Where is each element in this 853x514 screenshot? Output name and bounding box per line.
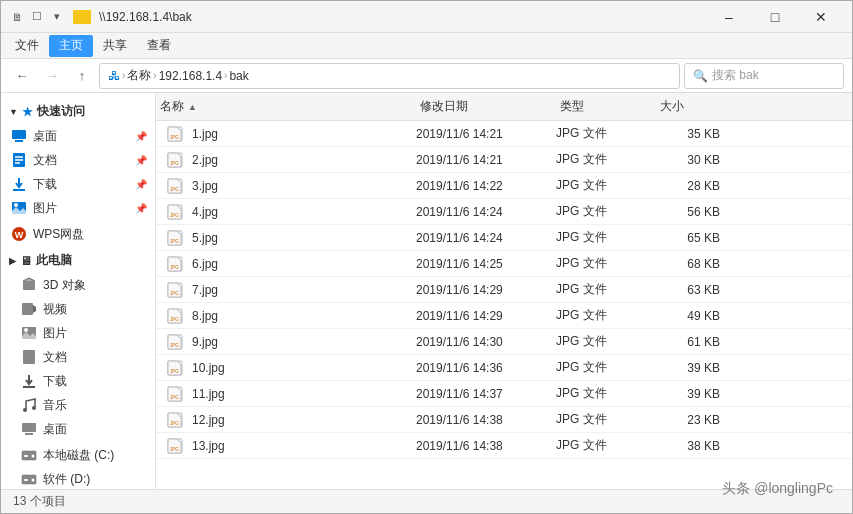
file-list: 名称 ▲ 修改日期 类型 大小 bbox=[156, 93, 852, 489]
svg-point-18 bbox=[23, 408, 27, 412]
path-network: 名称 bbox=[127, 67, 151, 84]
table-row[interactable]: JPG 9.jpg 2019/11/6 14:30 JPG 文件 61 KB bbox=[156, 329, 852, 355]
file-name-cell-2: JPG 3.jpg bbox=[156, 178, 416, 194]
music-label: 音乐 bbox=[43, 397, 67, 414]
sidebar-item-video[interactable]: 视频 bbox=[1, 297, 155, 321]
sidebar-drives-section: 本地磁盘 (C:) 软件 (D:) bbox=[1, 443, 155, 489]
table-row[interactable]: JPG 10.jpg 2019/11/6 14:36 JPG 文件 39 KB bbox=[156, 355, 852, 381]
sidebar-item-desktop[interactable]: 桌面 📌 bbox=[1, 124, 155, 148]
file-size-cell-9: 39 KB bbox=[656, 361, 736, 375]
sidebar-quick-access-section: ▼ ★ 快速访问 桌面 📌 文档 📌 bbox=[1, 99, 155, 220]
sidebar-item-3d[interactable]: 3D 对象 bbox=[1, 273, 155, 297]
file-icon-1: JPG bbox=[166, 152, 186, 168]
sidebar-item-docs[interactable]: 文档 📌 bbox=[1, 148, 155, 172]
table-row[interactable]: JPG 1.jpg 2019/11/6 14:21 JPG 文件 35 KB bbox=[156, 121, 852, 147]
file-name-11: 12.jpg bbox=[192, 413, 225, 427]
back-button[interactable]: ← bbox=[9, 63, 35, 89]
forward-button[interactable]: → bbox=[39, 63, 65, 89]
col-header-date[interactable]: 修改日期 bbox=[416, 93, 556, 120]
sidebar-item-desktop2[interactable]: 桌面 bbox=[1, 417, 155, 441]
sidebar-item-drive-c[interactable]: 本地磁盘 (C:) bbox=[1, 443, 155, 467]
sidebar-item-pictures[interactable]: 图片 📌 bbox=[1, 196, 155, 220]
close-button[interactable]: ✕ bbox=[798, 1, 844, 33]
up-button[interactable]: ↑ bbox=[69, 63, 95, 89]
minimize-button[interactable]: – bbox=[706, 1, 752, 33]
wps-icon: W bbox=[11, 226, 27, 242]
svg-rect-1 bbox=[15, 140, 23, 142]
file-name-cell-10: JPG 11.jpg bbox=[156, 386, 416, 402]
file-name-9: 10.jpg bbox=[192, 361, 225, 375]
path-3: bak bbox=[229, 69, 248, 83]
svg-rect-21 bbox=[25, 433, 33, 435]
sidebar-item-drive-d[interactable]: 软件 (D:) bbox=[1, 467, 155, 489]
table-row[interactable]: JPG 8.jpg 2019/11/6 14:29 JPG 文件 49 KB bbox=[156, 303, 852, 329]
file-name-4: 5.jpg bbox=[192, 231, 218, 245]
desktop-icon2 bbox=[21, 421, 37, 437]
quick-access-label: 快速访问 bbox=[37, 103, 85, 120]
sidebar-item-photos[interactable]: 图片 bbox=[1, 321, 155, 345]
drive-c-label: 本地磁盘 (C:) bbox=[43, 447, 114, 464]
col-header-name[interactable]: 名称 ▲ bbox=[156, 93, 416, 120]
table-row[interactable]: JPG 3.jpg 2019/11/6 14:22 JPG 文件 28 KB bbox=[156, 173, 852, 199]
sidebar: ▼ ★ 快速访问 桌面 📌 文档 📌 bbox=[1, 93, 156, 489]
sidebar-item-downloads[interactable]: 下载 📌 bbox=[1, 172, 155, 196]
search-placeholder: 搜索 bak bbox=[712, 67, 759, 84]
table-row[interactable]: JPG 2.jpg 2019/11/6 14:21 JPG 文件 30 KB bbox=[156, 147, 852, 173]
file-size-cell-3: 56 KB bbox=[656, 205, 736, 219]
table-row[interactable]: JPG 4.jpg 2019/11/6 14:24 JPG 文件 56 KB bbox=[156, 199, 852, 225]
file-date-cell-8: 2019/11/6 14:30 bbox=[416, 335, 556, 349]
svg-rect-26 bbox=[24, 479, 28, 481]
menu-home[interactable]: 主页 bbox=[49, 35, 93, 57]
file-size-cell-2: 28 KB bbox=[656, 179, 736, 193]
file-date-cell-10: 2019/11/6 14:37 bbox=[416, 387, 556, 401]
address-path[interactable]: 🖧 › 名称 › 192.168.1.4 › bak bbox=[99, 63, 680, 89]
sidebar-item-wps[interactable]: W WPS网盘 bbox=[1, 222, 155, 246]
sidebar-item-music[interactable]: 音乐 bbox=[1, 393, 155, 417]
quick-access-toolbar-icon2: ☐ bbox=[29, 9, 45, 25]
table-row[interactable]: JPG 13.jpg 2019/11/6 14:38 JPG 文件 38 KB bbox=[156, 433, 852, 459]
file-type-cell-10: JPG 文件 bbox=[556, 385, 656, 402]
table-row[interactable]: JPG 11.jpg 2019/11/6 14:37 JPG 文件 39 KB bbox=[156, 381, 852, 407]
col-header-type[interactable]: 类型 bbox=[556, 93, 656, 120]
svg-text:JPG: JPG bbox=[170, 447, 179, 452]
file-date-cell-4: 2019/11/6 14:24 bbox=[416, 231, 556, 245]
file-name-12: 13.jpg bbox=[192, 439, 225, 453]
quick-access-toolbar-icon1: 🗎 bbox=[9, 9, 25, 25]
menu-file[interactable]: 文件 bbox=[5, 35, 49, 57]
wps-label: WPS网盘 bbox=[33, 226, 84, 243]
docs-icon bbox=[11, 152, 27, 168]
svg-rect-6 bbox=[13, 189, 25, 191]
svg-text:W: W bbox=[15, 230, 24, 240]
file-icon-3: JPG bbox=[166, 204, 186, 220]
menu-view[interactable]: 查看 bbox=[137, 35, 181, 57]
search-box[interactable]: 🔍 搜索 bak bbox=[684, 63, 844, 89]
file-size-cell-4: 65 KB bbox=[656, 231, 736, 245]
sidebar-quick-access-header[interactable]: ▼ ★ 快速访问 bbox=[1, 99, 155, 124]
svg-text:JPG: JPG bbox=[170, 317, 179, 322]
file-name-6: 7.jpg bbox=[192, 283, 218, 297]
table-row[interactable]: JPG 6.jpg 2019/11/6 14:25 JPG 文件 68 KB bbox=[156, 251, 852, 277]
sidebar-item-documents[interactable]: 文档 bbox=[1, 345, 155, 369]
col-type-label: 类型 bbox=[560, 98, 584, 115]
file-type-cell-9: JPG 文件 bbox=[556, 359, 656, 376]
table-row[interactable]: JPG 5.jpg 2019/11/6 14:24 JPG 文件 65 KB bbox=[156, 225, 852, 251]
sidebar-this-pc-header[interactable]: ▶ 🖥 此电脑 bbox=[1, 248, 155, 273]
menu-share[interactable]: 共享 bbox=[93, 35, 137, 57]
file-name-cell-5: JPG 6.jpg bbox=[156, 256, 416, 272]
file-name-2: 3.jpg bbox=[192, 179, 218, 193]
file-icon-8: JPG bbox=[166, 334, 186, 350]
svg-marker-13 bbox=[33, 305, 36, 313]
pc-icon: 🖥 bbox=[20, 254, 32, 268]
table-row[interactable]: JPG 7.jpg 2019/11/6 14:29 JPG 文件 63 KB bbox=[156, 277, 852, 303]
col-header-size[interactable]: 大小 bbox=[656, 93, 736, 120]
file-name-cell-4: JPG 5.jpg bbox=[156, 230, 416, 246]
file-name-cell-6: JPG 7.jpg bbox=[156, 282, 416, 298]
svg-point-19 bbox=[32, 406, 36, 410]
sidebar-item-dl2[interactable]: 下载 bbox=[1, 369, 155, 393]
maximize-button[interactable]: □ bbox=[752, 1, 798, 33]
pictures-icon bbox=[11, 200, 27, 216]
svg-text:JPG: JPG bbox=[170, 395, 179, 400]
pin-icon-docs: 📌 bbox=[135, 155, 147, 166]
file-name-cell-12: JPG 13.jpg bbox=[156, 438, 416, 454]
table-row[interactable]: JPG 12.jpg 2019/11/6 14:38 JPG 文件 23 KB bbox=[156, 407, 852, 433]
